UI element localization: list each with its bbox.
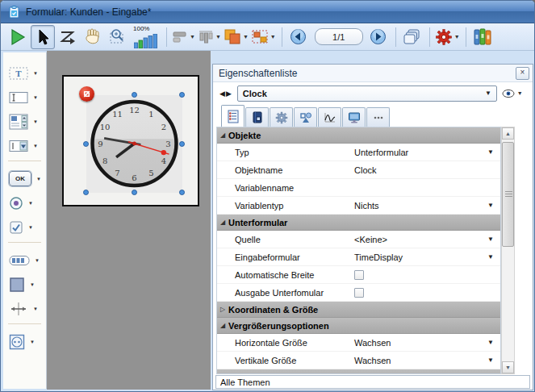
- toolbox-item-line-edit[interactable]: ▼: [3, 86, 46, 108]
- tab-objects[interactable]: [294, 107, 317, 127]
- arrange-selection-button[interactable]: ▼: [250, 25, 277, 49]
- toolbox-item-combo-box[interactable]: ▼: [3, 135, 46, 156]
- chevron-down-icon[interactable]: ▼: [270, 34, 276, 40]
- previous-page-button[interactable]: [286, 25, 311, 49]
- chevron-down-icon[interactable]: ▼: [33, 95, 38, 100]
- toolbox-item-radio-button[interactable]: ▼: [3, 192, 46, 214]
- chevron-down-icon[interactable]: ▼: [36, 177, 41, 181]
- selection-handle[interactable]: [132, 92, 137, 98]
- property-row-variablentyp[interactable]: Variablentyp Nichts ▼: [217, 197, 500, 215]
- toolbox-item-push-button[interactable]: OK ▼: [3, 168, 46, 190]
- close-icon[interactable]: ×: [516, 67, 529, 80]
- chevron-down-icon[interactable]: ▼: [243, 34, 249, 40]
- chevron-down-icon[interactable]: ▼: [487, 148, 494, 156]
- checkbox-unchecked[interactable]: [354, 270, 364, 280]
- section-header-vergroesserung[interactable]: Vergrößerungsoptionen: [217, 318, 500, 334]
- property-row-eingabeformular[interactable]: Eingabeformular TimeDisplay ▼: [217, 248, 500, 266]
- chevron-down-icon[interactable]: ▼: [454, 34, 460, 40]
- chevron-down-icon[interactable]: ▼: [190, 34, 195, 40]
- arrange-front-button[interactable]: ▼: [223, 25, 249, 49]
- property-value-cell[interactable]: TimeDisplay ▼: [351, 248, 500, 265]
- section-header-koordinaten[interactable]: Koordinaten & Größe: [217, 302, 500, 318]
- distribute-button[interactable]: ▼: [197, 25, 222, 49]
- tab-properties[interactable]: [221, 105, 245, 127]
- theme-filter-box[interactable]: Alle Themen: [215, 375, 530, 389]
- chevron-down-icon[interactable]: ▼: [35, 258, 40, 263]
- chevron-down-icon[interactable]: ▼: [30, 282, 35, 287]
- property-value-cell[interactable]: Unterformular ▼: [351, 144, 500, 161]
- chevron-down-icon[interactable]: ▼: [487, 339, 494, 346]
- chevron-down-icon[interactable]: ▼: [33, 144, 38, 148]
- pan-tool-button[interactable]: [81, 25, 105, 49]
- toolbox-item-frame[interactable]: ▼: [3, 273, 46, 295]
- title-bar[interactable]: Formular: Kunden - Eingabe*: [1, 1, 535, 23]
- property-value-cell[interactable]: Wachsen ▼: [351, 352, 500, 369]
- chevron-down-icon[interactable]: ▼: [487, 253, 494, 261]
- toolbox-item-segmented-bar[interactable]: ▼: [3, 249, 46, 271]
- form-surface[interactable]: 1 2 3 4 5 6 7 8 9 10 11 12: [62, 75, 199, 206]
- property-row-vertikale-groesse[interactable]: Vertikale Größe Wachsen ▼: [217, 352, 500, 369]
- toolbox-item-label[interactable]: T ▼: [3, 62, 46, 84]
- chevron-down-icon[interactable]: ▼: [215, 34, 221, 40]
- section-header-objekte[interactable]: Objekte: [217, 127, 500, 144]
- property-value-cell[interactable]: Clock: [351, 161, 500, 178]
- select-tool-button[interactable]: [31, 25, 55, 49]
- property-row-ausgabe-unterformular[interactable]: Ausgabe Unterfomular: [217, 284, 500, 302]
- chevron-down-icon[interactable]: ▼: [28, 201, 33, 206]
- next-page-button[interactable]: [366, 25, 391, 49]
- scroll-down-icon[interactable]: ▼: [502, 361, 514, 373]
- visibility-filter-button[interactable]: ▼: [502, 88, 523, 99]
- scroll-up-icon[interactable]: ▲: [502, 127, 514, 140]
- section-header-eingabe[interactable]: Eingabe: [217, 369, 500, 374]
- design-canvas[interactable]: 1 2 3 4 5 6 7 8 9 10 11 12: [47, 51, 211, 390]
- tab-more[interactable]: [366, 107, 390, 127]
- toolbox-item-list-widget[interactable]: ▼: [3, 111, 46, 132]
- object-prev-next-icons[interactable]: ◀▶: [219, 90, 232, 98]
- chevron-down-icon[interactable]: ▼: [487, 357, 494, 364]
- chevron-down-icon[interactable]: ▼: [487, 202, 494, 209]
- chevron-down-icon[interactable]: ▼: [33, 71, 38, 76]
- property-value-cell[interactable]: Wachsen ▼: [351, 334, 500, 351]
- chevron-down-icon[interactable]: ▼: [28, 225, 33, 230]
- subform-link-badge-icon[interactable]: [79, 86, 94, 102]
- duplicate-pages-button[interactable]: [400, 25, 424, 49]
- selection-handle[interactable]: [179, 141, 185, 147]
- zoom-level-button[interactable]: 100%: [131, 25, 161, 49]
- property-value-cell[interactable]: Nichts ▼: [351, 197, 500, 214]
- selection-handle[interactable]: [179, 190, 185, 195]
- chevron-down-icon[interactable]: ▼: [33, 307, 38, 311]
- tab-order-tool-button[interactable]: [56, 25, 80, 49]
- scrollbar-thumb[interactable]: [502, 142, 514, 247]
- property-row-typ[interactable]: Typ Unterformular ▼: [217, 144, 500, 161]
- chevron-down-icon[interactable]: ▼: [487, 236, 494, 243]
- run-button[interactable]: [6, 25, 30, 49]
- help-books-button[interactable]: [470, 25, 495, 49]
- property-value-cell[interactable]: <Keine> ▼: [351, 231, 500, 248]
- checkbox-unchecked[interactable]: [354, 288, 364, 298]
- property-row-horizontale-groesse[interactable]: Horizontale Größe Wachsen ▼: [217, 334, 500, 352]
- property-value-cell[interactable]: [351, 179, 500, 196]
- toolbox-item-subform[interactable]: ▼: [3, 331, 46, 352]
- property-row-variablenname[interactable]: Variablenname: [217, 179, 500, 197]
- chevron-down-icon[interactable]: ▼: [33, 119, 38, 124]
- scrollbar[interactable]: ▲ ▼: [501, 127, 515, 374]
- tab-display[interactable]: [342, 107, 366, 127]
- property-row-quelle[interactable]: Quelle <Keine> ▼: [217, 231, 500, 248]
- selection-handle[interactable]: [83, 190, 89, 195]
- clock-widget[interactable]: 1 2 3 4 5 6 7 8 9 10 11 12: [86, 95, 182, 193]
- toolbox-item-check-box[interactable]: ▼: [3, 216, 46, 238]
- section-header-unterformular[interactable]: Unterformular: [217, 215, 500, 231]
- panel-title-bar[interactable]: Eigenschaftenliste ×: [213, 65, 533, 82]
- object-selector-combobox[interactable]: Clock ▼: [237, 85, 497, 102]
- tab-settings[interactable]: [270, 107, 293, 127]
- align-button[interactable]: ▼: [171, 25, 196, 49]
- settings-button[interactable]: ▼: [434, 25, 461, 49]
- selection-handle[interactable]: [83, 141, 89, 147]
- tab-data[interactable]: [245, 107, 269, 127]
- property-row-automatische-breite[interactable]: Automatische Breite: [217, 266, 500, 284]
- selection-handle[interactable]: [179, 92, 185, 98]
- toolbox-item-splitter[interactable]: ▼: [3, 298, 46, 319]
- selection-handle[interactable]: [132, 190, 137, 195]
- zoom-select-tool-button[interactable]: [106, 25, 130, 49]
- property-row-objektname[interactable]: Objektname Clock: [217, 161, 500, 179]
